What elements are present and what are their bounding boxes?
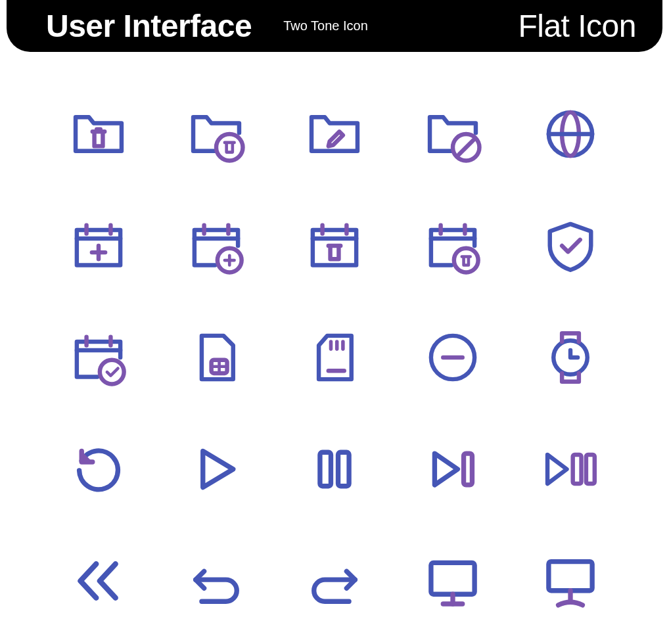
svg-rect-40 (320, 452, 331, 486)
folder-blocked-icon (423, 104, 483, 164)
monitor-stand-icon (540, 551, 601, 611)
svg-rect-44 (586, 455, 595, 484)
calendar-add-badge-icon (186, 216, 246, 276)
undo-icon (186, 551, 246, 611)
folder-trash-badge-icon (186, 104, 246, 164)
svg-line-2 (459, 140, 473, 154)
folder-trash-icon (68, 104, 129, 164)
svg-point-29 (100, 360, 124, 384)
calendar-add-icon (68, 216, 129, 276)
calendar-trash-badge-icon (423, 216, 483, 276)
folder-edit-icon (304, 104, 365, 164)
skip-next-icon (423, 439, 483, 499)
calendar-check-badge-icon (68, 327, 129, 388)
svg-rect-41 (338, 452, 350, 486)
play-icon (186, 439, 246, 499)
globe-icon (540, 104, 601, 164)
sim-card-icon (186, 327, 246, 388)
header-bar: User Interface Two Tone Icon Flat Icon (7, 0, 662, 52)
svg-point-25 (453, 248, 478, 273)
calendar-trash-icon (304, 216, 365, 276)
svg-rect-48 (549, 562, 592, 591)
icon-grid (0, 52, 669, 637)
svg-rect-42 (463, 453, 472, 485)
svg-point-0 (216, 134, 242, 160)
sd-card-icon (304, 327, 365, 388)
title-right: Flat Icon (518, 8, 636, 44)
watch-icon (540, 327, 601, 388)
monitor-icon (423, 551, 483, 611)
pause-icon (304, 439, 365, 499)
svg-rect-45 (430, 563, 474, 594)
rewind-double-icon (68, 551, 129, 611)
reload-ccw-icon (68, 439, 129, 499)
title-sub: Two Tone Icon (283, 18, 368, 34)
minus-circle-icon (423, 327, 483, 388)
play-pause-icon (540, 439, 601, 499)
title-main: User Interface (46, 8, 252, 44)
redo-icon (304, 551, 365, 611)
shield-check-icon (540, 216, 601, 276)
svg-rect-43 (573, 455, 582, 484)
